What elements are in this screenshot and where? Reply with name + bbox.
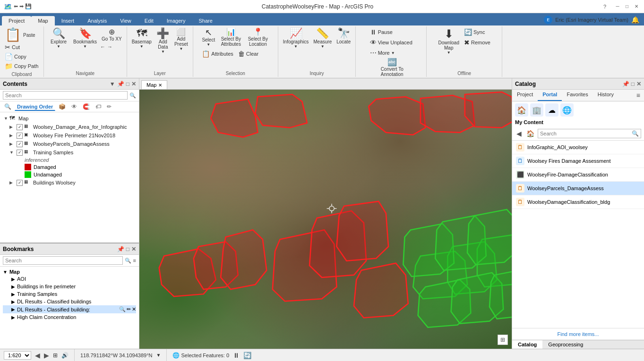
help-icon[interactable]: ? bbox=[603, 4, 606, 9]
catalog-home-icon[interactable]: 🏠 bbox=[515, 103, 528, 117]
catalog-tab-project[interactable]: Project bbox=[512, 90, 538, 101]
add-preset-button[interactable]: ⬜ AddPreset ▼ bbox=[172, 27, 190, 52]
layer-map[interactable]: ▼ 🗺 Map bbox=[0, 114, 139, 123]
copy-button[interactable]: 📄 Copy bbox=[3, 52, 28, 61]
map-expander[interactable]: ▼ bbox=[4, 116, 9, 121]
select-button[interactable]: ↖ Select ▼ bbox=[200, 27, 217, 48]
layer-buildings-woolsey[interactable]: ▶ ▦ Buildings Woolsey bbox=[0, 178, 139, 187]
bm-edit-icon[interactable]: ✏ bbox=[127, 306, 131, 312]
bm-group-map-header[interactable]: ▼ Map bbox=[3, 269, 136, 275]
notification-icon[interactable]: 🔔 bbox=[631, 16, 639, 24]
cut-button[interactable]: ✂ Cut bbox=[3, 42, 22, 52]
basemap-button[interactable]: 🗺 Basemap ▼ bbox=[130, 27, 154, 50]
catalog-tab-portal[interactable]: Portal bbox=[538, 90, 562, 101]
bm-training-expander[interactable]: ▶ bbox=[11, 292, 15, 297]
catalog-item-woolsey-damage-assessment[interactable]: 🗒 Woolsey Fires Damage Assessment bbox=[512, 154, 644, 168]
attributes-button[interactable]: 📋 Attributes bbox=[200, 49, 235, 59]
bm-aoi[interactable]: ▶ AOI bbox=[3, 275, 136, 283]
catalog-tab-favorites[interactable]: Favorites bbox=[562, 90, 592, 101]
buildings-woolsey-checkbox[interactable] bbox=[17, 180, 23, 186]
catalog-bottom-tab-geoprocessing[interactable]: Geoprocessing bbox=[542, 340, 589, 349]
tab-view[interactable]: View bbox=[113, 16, 138, 25]
bm-buildings-fire-expander[interactable]: ▶ bbox=[11, 284, 15, 289]
convert-annotation-button[interactable]: 🔤 Convert ToAnnotation bbox=[379, 58, 405, 78]
paste-button[interactable]: 📋 Paste bbox=[3, 27, 41, 42]
minimize-btn[interactable]: ─ bbox=[614, 3, 621, 10]
catalog-search-icon[interactable]: 🔍 bbox=[630, 129, 641, 138]
label-btn[interactable]: 🏷 bbox=[93, 102, 103, 111]
measure-button[interactable]: 📏 Measure ▼ bbox=[311, 27, 334, 50]
tab-project[interactable]: Project bbox=[2, 16, 31, 25]
bm-group-expander[interactable]: ▼ bbox=[3, 269, 8, 275]
woolsey-damage-expander[interactable]: ▶ bbox=[9, 125, 15, 129]
catalog-item-woolsey-bldg[interactable]: 🗒 WoolseyDamageClassification_bldg bbox=[512, 195, 644, 209]
catalog-org-icon[interactable]: 🏢 bbox=[530, 103, 543, 117]
add-data-button[interactable]: ➕ AddData ▼ bbox=[155, 27, 172, 55]
catalog-float-icon[interactable]: □ bbox=[631, 81, 635, 87]
filter-by-map-btn[interactable]: 🔍 bbox=[2, 102, 14, 111]
catalog-cloud-icon[interactable]: ☁ bbox=[545, 103, 558, 117]
copy-path-button[interactable]: 📁 Copy Path bbox=[3, 61, 40, 71]
map-canvas[interactable]: ⊞ bbox=[139, 90, 512, 349]
buildings-woolsey-expander[interactable]: ▶ bbox=[9, 180, 15, 185]
training-samples-expander[interactable]: ▼ bbox=[9, 150, 15, 155]
explore-button[interactable]: 🔍 Explore ▼ bbox=[47, 27, 70, 50]
bookmarks-search-icon[interactable]: 🔍 bbox=[125, 258, 131, 264]
bm-dl2-expander[interactable]: ▶ bbox=[11, 307, 15, 312]
bookmarks-pin-icon[interactable]: 📌 bbox=[117, 246, 124, 252]
bookmarks-close-icon[interactable]: ✕ bbox=[131, 246, 136, 252]
remove-button[interactable]: ✖ Remove bbox=[462, 38, 492, 47]
clear-button[interactable]: 🗑 Clear bbox=[236, 49, 260, 59]
training-samples-checkbox[interactable] bbox=[17, 150, 23, 156]
bm-high-claim-expander[interactable]: ▶ bbox=[11, 315, 15, 320]
infographics-button[interactable]: 📈 Infographics ▼ bbox=[281, 27, 310, 50]
scale-select[interactable]: 1:620 bbox=[4, 351, 31, 360]
locate-button[interactable]: 🔭 Locate bbox=[335, 27, 352, 45]
tab-edit[interactable]: Edit bbox=[138, 16, 160, 25]
catalog-close-icon[interactable]: ✕ bbox=[636, 81, 641, 87]
select-by-loc-button[interactable]: 📍 Select ByLocation bbox=[245, 27, 271, 48]
map-tools-icon[interactable]: ⊞ bbox=[53, 352, 58, 359]
bm-training-samples[interactable]: ▶ Training Samples bbox=[3, 290, 136, 298]
view-unplaced-button[interactable]: 👁 View Unplaced bbox=[368, 38, 414, 47]
map-tab-close[interactable]: ✕ bbox=[158, 83, 162, 88]
layer-woolsey-fire[interactable]: ▶ ▣ Woolsey Fire Perimeter 21Nov2018 bbox=[0, 131, 139, 140]
visibility-btn[interactable]: 👁 bbox=[69, 102, 79, 111]
catalog-pin-icon[interactable]: 📌 bbox=[622, 81, 629, 87]
catalog-item-info-aoi[interactable]: 🗒 InfoGraphic_AOI_woolsey bbox=[512, 141, 644, 154]
user-info[interactable]: E Eric (Esri Imagery Virtual Team) bbox=[544, 16, 628, 24]
refresh-map-btn[interactable]: 🔄 bbox=[243, 352, 251, 359]
tab-analysis[interactable]: Analysis bbox=[81, 16, 113, 25]
tab-imagery[interactable]: Imagery bbox=[160, 16, 192, 25]
bm-zoom-icon[interactable]: 🔍 bbox=[119, 306, 126, 312]
bm-dl-classified-2[interactable]: ▶ DL Results - Classified building: 🔍 ✏ … bbox=[3, 305, 136, 313]
catalog-item-woolsey-damage-class[interactable]: ⬛ WoolseyFire-DamageClassification bbox=[512, 168, 644, 182]
download-map-button[interactable]: ⬇ DownloadMap ▼ bbox=[436, 27, 461, 56]
bm-delete-icon[interactable]: ✕ bbox=[132, 306, 136, 312]
catalog-menu-icon[interactable]: ≡ bbox=[633, 90, 644, 101]
layer-woolsey-damage[interactable]: ▶ ▦ Woolsey_Damage_Area_for_Infographic bbox=[0, 123, 139, 131]
coordinates-dropdown[interactable]: ▼ bbox=[156, 353, 161, 358]
tab-insert[interactable]: Insert bbox=[55, 16, 81, 25]
draw-order-btn[interactable]: Drawing Order bbox=[15, 103, 55, 111]
bookmarks-list-icon[interactable]: ≡ bbox=[133, 258, 136, 263]
bookmarks-float-icon[interactable]: □ bbox=[126, 246, 129, 252]
contents-filter-icon[interactable]: ▼ bbox=[110, 81, 115, 87]
edit-btn[interactable]: ✏ bbox=[104, 102, 114, 111]
tab-map[interactable]: Map bbox=[31, 16, 54, 25]
contents-close-icon[interactable]: ✕ bbox=[131, 81, 136, 87]
catalog-search-input[interactable] bbox=[538, 130, 630, 137]
sync-button[interactable]: 🔄 Sync bbox=[462, 27, 492, 37]
map-corner-button[interactable]: ⊞ bbox=[498, 335, 508, 345]
woolsey-parcels-checkbox[interactable] bbox=[17, 141, 23, 147]
catalog-living-atlas-icon[interactable]: 🌐 bbox=[560, 103, 574, 117]
pause-map-btn[interactable]: ⏸ bbox=[233, 352, 240, 359]
find-more-items[interactable]: Find more items... bbox=[512, 328, 644, 340]
more-button[interactable]: ⋯ More ▼ bbox=[368, 48, 414, 58]
catalog-bottom-tab-catalog[interactable]: Catalog bbox=[512, 340, 542, 349]
contents-search-icon[interactable]: 🔍 bbox=[129, 92, 136, 99]
tab-share[interactable]: Share bbox=[192, 16, 219, 25]
back-button[interactable]: ← bbox=[100, 43, 106, 50]
bookmarks-button[interactable]: 🔖 Bookmarks ▼ bbox=[71, 27, 99, 50]
contents-search-input[interactable] bbox=[3, 91, 128, 100]
